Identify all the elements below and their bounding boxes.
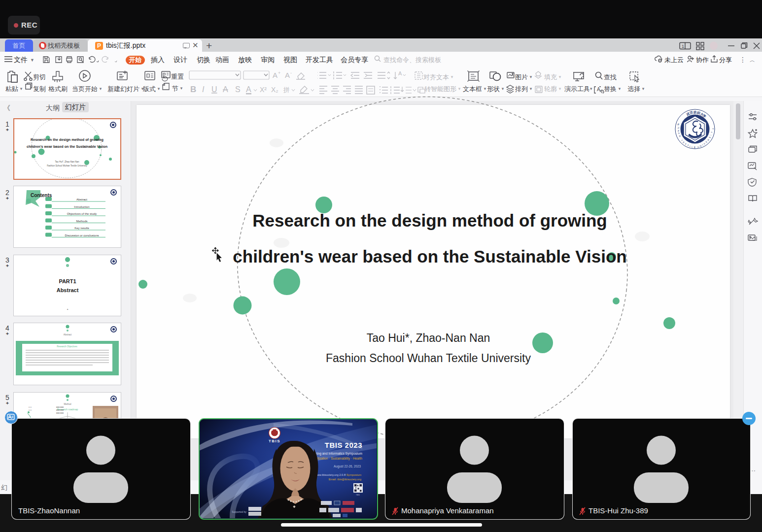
svg-text:August 22-26, 2023: August 22-26, 2023 — [334, 465, 361, 468]
svg-text:Introduction: Introduction — [74, 205, 89, 208]
svg-text:A: A — [285, 71, 290, 79]
svg-text:✦: ✦ — [67, 308, 69, 311]
svg-text:▬▬ ▬▬: ▬▬ ▬▬ — [56, 409, 64, 411]
svg-text:Abstract: Abstract — [57, 287, 79, 293]
svg-text:·: · — [67, 269, 68, 271]
svg-text:Fashion School Wuhan Textile U: Fashion School Wuhan Textile University — [47, 165, 87, 167]
svg-text:A: A — [273, 71, 277, 79]
svg-text:Y: Y — [712, 128, 714, 130]
svg-text:-: - — [290, 70, 292, 75]
svg-text:Research Objectives: Research Objectives — [57, 345, 77, 348]
svg-text:Abstract: Abstract — [64, 333, 72, 336]
svg-text:Key results: Key results — [74, 227, 89, 230]
svg-text:+: + — [278, 70, 280, 75]
svg-text:TBIS: TBIS — [269, 439, 280, 443]
svg-text:www.tbisociety.org 2.0.8 Sympo: www.tbisociety.org 2.0.8 Symposium — [314, 473, 361, 476]
svg-text:Supported by: Supported by — [232, 510, 246, 513]
svg-text:TBIS: TBIS — [356, 494, 360, 496]
svg-text:Discussion or conclusions: Discussion or conclusions — [65, 234, 99, 237]
svg-text:A: A — [398, 70, 402, 76]
svg-text:1: 1 — [682, 44, 684, 49]
svg-text:children's wear based on the S: children's wear based on the Sustainable… — [27, 144, 107, 149]
svg-text:PART1: PART1 — [59, 278, 76, 284]
svg-text:Method: Method — [64, 403, 71, 405]
svg-text:Research on the design method: Research on the design method of growing — [31, 137, 104, 142]
svg-text:▬▬ ▬▬: ▬▬ ▬▬ — [56, 406, 64, 408]
svg-text:Abstract: Abstract — [76, 198, 87, 201]
svg-text:Tao Hui*, Zhao-Nan Nan: Tao Hui*, Zhao-Nan Nan — [55, 161, 79, 163]
svg-text:E: E — [694, 146, 695, 149]
svg-text:▪▪ ▪▪: ▪▪ ▪▪ — [29, 406, 32, 408]
svg-text:▪▪ ▪▪: ▪▪ ▪▪ — [29, 409, 32, 411]
svg-text:Objectives of the study: Objectives of the study — [67, 212, 97, 215]
svg-text:▬▬ ▬▬: ▬▬ ▬▬ — [56, 412, 64, 414]
svg-text:Email: tbis@tbisociety.org: Email: tbis@tbisociety.org — [329, 478, 361, 481]
svg-text:TBIS 2023: TBIS 2023 — [325, 441, 362, 449]
svg-text:Methods: Methods — [76, 220, 87, 223]
svg-text:H: H — [677, 130, 680, 132]
